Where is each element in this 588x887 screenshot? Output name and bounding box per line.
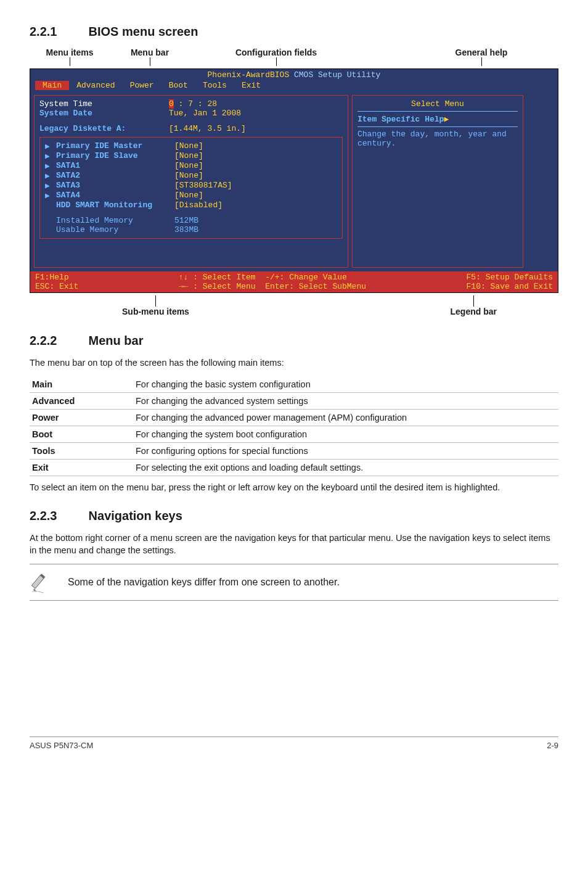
pencil-icon (30, 571, 53, 594)
label-menu-items: Menu items (46, 47, 93, 57)
row-sata1[interactable]: ▶SATA1[None] (45, 161, 337, 171)
section-heading-221: 2.2.1 BIOS menu screen (30, 25, 558, 39)
arrow-right-icon: ▶ (444, 115, 449, 124)
row-sata3[interactable]: ▶SATA3[ST380817AS] (45, 181, 337, 191)
legend-col-3: F5: Setup Defaults F10: Save and Exit (467, 273, 553, 291)
figure-bottom-labels: Sub-menu items Legend bar (30, 295, 558, 316)
label-legacy-diskette: Legacy Diskette A: (39, 124, 169, 133)
row-sata4[interactable]: ▶SATA4[None] (45, 191, 337, 200)
bios-legend-bar: F1:Help ESC: Exit ↑↓ : Select Item -/+: … (30, 271, 558, 292)
section-title: Menu bar (89, 334, 144, 347)
table-row: ExitFor selecting the exit options and l… (30, 460, 558, 476)
menu-bar-definitions-table: MainFor changing the basic system config… (30, 376, 558, 476)
bios-menubar: Main Advanced Power Boot Tools Exit (30, 81, 558, 91)
menu-bar-after: To select an item on the menu bar, press… (30, 481, 558, 493)
section-title: BIOS menu screen (89, 25, 198, 38)
nav-keys-text: At the bottom right corner of a menu scr… (30, 532, 558, 557)
section-number: 2.2.3 (30, 509, 85, 523)
label-system-date: System Date (39, 109, 169, 118)
bios-tab-advanced[interactable]: Advanced (69, 81, 122, 90)
bios-main-panel: System Time 0 : 7 : 28 System Date Tue, … (34, 95, 348, 268)
row-sata2[interactable]: ▶SATA2[None] (45, 171, 337, 181)
label-legend-bar: Legend bar (451, 307, 497, 316)
footer-right: 2-9 (547, 741, 558, 750)
table-row: PowerFor changing the advanced power man… (30, 410, 558, 426)
legend-col-1: F1:Help ESC: Exit (35, 273, 78, 291)
row-usable-memory: Usable Memory383MB (45, 225, 337, 234)
table-row: AdvancedFor changing the advanced system… (30, 393, 558, 410)
table-row: ToolsFor configuring options for special… (30, 443, 558, 460)
bios-title-left: Phoenix-AwardBIOS (208, 70, 290, 80)
bios-title: Phoenix-AwardBIOS CMOS Setup Utility (30, 69, 558, 81)
menu-bar-intro: The menu bar on top of the screen has th… (30, 357, 558, 369)
table-row: MainFor changing the basic system config… (30, 376, 558, 393)
bios-body: System Time 0 : 7 : 28 System Date Tue, … (30, 91, 558, 271)
row-system-date[interactable]: System Date Tue, Jan 1 2008 (39, 109, 343, 118)
bios-help-panel: Select Menu Item Specific Help▶ Change t… (352, 95, 523, 268)
value-legacy-diskette: [1.44M, 3.5 in.] (169, 124, 246, 133)
section-heading-222: 2.2.2 Menu bar (30, 334, 558, 348)
arrow-icon: ▶ (45, 171, 56, 181)
arrow-icon: ▶ (45, 151, 56, 161)
row-hdd-smart[interactable]: HDD SMART Monitoring[Disabled] (45, 200, 337, 210)
label-config-fields: Configuration fields (235, 47, 317, 57)
note-box: Some of the navigation keys differ from … (30, 564, 558, 601)
arrow-icon: ▶ (45, 181, 56, 191)
arrow-icon: ▶ (45, 141, 56, 151)
row-system-time[interactable]: System Time 0 : 7 : 28 (39, 99, 343, 109)
arrow-icon: ▶ (45, 161, 56, 171)
section-number: 2.2.2 (30, 334, 85, 348)
bios-tab-boot[interactable]: Boot (161, 81, 195, 90)
section-number: 2.2.1 (30, 25, 85, 39)
note-text: Some of the navigation keys differ from … (68, 577, 340, 588)
bios-screenshot: Phoenix-AwardBIOS CMOS Setup Utility Mai… (30, 68, 558, 293)
bios-title-right: CMOS Setup Utility (289, 70, 380, 80)
help-item-label: Item Specific Help▶ (357, 114, 518, 124)
row-primary-ide-slave[interactable]: ▶Primary IDE Slave[None] (45, 151, 337, 161)
value-system-time: 0 : 7 : 28 (169, 99, 217, 109)
label-general-help: General help (455, 47, 508, 57)
section-heading-223: 2.2.3 Navigation keys (30, 509, 558, 523)
legend-col-2: ↑↓ : Select Item -/+: Change Value →← : … (179, 273, 366, 291)
help-body: Change the day, month, year and century. (357, 130, 518, 148)
label-system-time: System Time (39, 99, 169, 109)
label-menu-bar: Menu bar (131, 47, 169, 57)
bios-tab-exit[interactable]: Exit (234, 81, 268, 90)
section-title: Navigation keys (89, 509, 182, 522)
row-legacy-diskette[interactable]: Legacy Diskette A: [1.44M, 3.5 in.] (39, 124, 343, 133)
bios-submenu-group: ▶Primary IDE Master[None] ▶Primary IDE S… (39, 137, 343, 239)
label-submenu-items: Sub-menu items (122, 307, 189, 316)
bios-tab-tools[interactable]: Tools (195, 81, 234, 90)
row-installed-memory: Installed Memory512MB (45, 216, 337, 225)
help-title: Select Menu (357, 99, 518, 109)
figure-top-labels: Menu items Menu bar Configuration fields… (30, 47, 558, 66)
page-footer: ASUS P5N73-CM 2-9 (30, 736, 558, 750)
value-system-date: Tue, Jan 1 2008 (169, 109, 241, 118)
table-row: BootFor changing the system boot configu… (30, 426, 558, 443)
footer-left: ASUS P5N73-CM (30, 741, 93, 750)
bios-left-column: System Time 0 : 7 : 28 System Date Tue, … (34, 95, 348, 268)
row-primary-ide-master[interactable]: ▶Primary IDE Master[None] (45, 141, 337, 151)
bios-tab-main[interactable]: Main (35, 81, 69, 90)
bios-tab-power[interactable]: Power (123, 81, 161, 90)
arrow-icon: ▶ (45, 191, 56, 200)
